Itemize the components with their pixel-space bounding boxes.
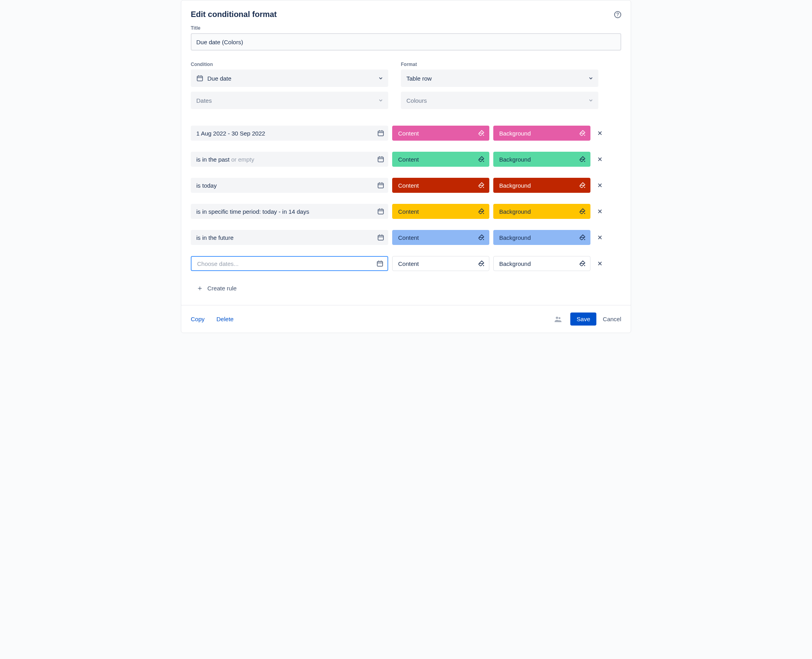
svg-point-53 [558,317,560,319]
content-color-chip[interactable]: Content [392,256,489,271]
calendar-icon [377,208,384,215]
svg-rect-44 [377,262,383,266]
svg-point-52 [556,316,558,319]
copy-button[interactable]: Copy [191,316,205,322]
paint-bucket-icon [579,234,586,241]
svg-point-40 [483,239,484,240]
rule-condition-text: is in the past or empty [196,156,377,163]
svg-rect-20 [378,183,383,188]
background-color-chip[interactable]: Background [493,152,590,167]
chevron-down-icon [588,75,594,81]
paint-bucket-icon [579,156,586,163]
paint-bucket-icon [579,208,586,215]
rule-condition-text: is in the future [196,234,377,241]
svg-point-17 [584,161,585,162]
paint-bucket-icon [478,234,485,241]
svg-point-32 [483,213,484,214]
chevron-down-icon [588,98,594,103]
title-input[interactable] [191,33,621,51]
svg-point-41 [584,239,585,240]
background-color-chip[interactable]: Background [493,256,590,271]
chevron-down-icon [378,98,383,103]
content-color-chip[interactable]: Content [392,204,489,219]
remove-rule-button[interactable] [594,183,605,188]
chip-label: Background [499,130,579,137]
rule-condition[interactable]: 1 Aug 2022 - 30 Sep 2022 [191,126,388,141]
rule-condition-text: 1 Aug 2022 - 30 Sep 2022 [196,130,377,137]
condition-field-value: Due date [207,75,378,82]
chip-label: Background [499,208,579,215]
rule-condition[interactable]: is in the future [191,230,388,245]
rule-condition[interactable]: is in specific time period: today - in 1… [191,204,388,219]
chip-label: Content [398,130,478,137]
header-row: Edit conditional format ? [191,10,621,19]
content-color-chip[interactable]: Content [392,178,489,193]
condition-column: Condition Due date Dates [191,62,388,114]
paint-bucket-icon [579,130,586,137]
panel-body: Edit conditional format ? Title Conditio… [181,0,631,305]
svg-point-24 [483,187,484,188]
chip-label: Content [398,182,478,189]
calendar-icon [377,234,384,241]
condition-field-select[interactable]: Due date [191,70,388,87]
rule-condition[interactable]: Choose dates... [191,256,388,271]
calendar-icon [377,156,384,163]
background-color-chip[interactable]: Background [493,178,590,193]
chip-label: Content [398,156,478,163]
svg-rect-12 [378,157,383,162]
content-color-chip[interactable]: Content [392,126,489,141]
remove-rule-button[interactable] [594,235,605,240]
background-color-chip[interactable]: Background [493,126,590,141]
remove-rule-button[interactable] [594,261,605,266]
create-rule-button[interactable]: ＋ Create rule [191,282,242,294]
svg-rect-28 [378,209,383,214]
format-label: Format [401,62,598,67]
delete-button[interactable]: Delete [216,316,233,322]
rule-condition[interactable]: is in the past or empty [191,152,388,167]
condition-label: Condition [191,62,388,67]
paint-bucket-icon [579,260,586,267]
chip-label: Content [398,234,478,241]
rule-condition-text: is today [196,182,377,189]
rule-condition-text: is in specific time period: today - in 1… [196,208,377,215]
remove-rule-button[interactable] [594,156,605,162]
people-icon[interactable] [554,315,562,324]
format-scope-select[interactable]: Table row [401,70,598,87]
chevron-down-icon [378,75,383,81]
save-button[interactable]: Save [570,313,596,326]
rule-row: is in the past or emptyContentBackground [191,152,621,167]
remove-rule-button[interactable] [594,130,605,136]
calendar-icon [376,260,383,267]
condition-type-select[interactable]: Dates [191,92,388,109]
chip-label: Background [499,260,579,267]
background-color-chip[interactable]: Background [493,230,590,245]
cancel-button[interactable]: Cancel [603,316,621,322]
format-scope-value: Table row [406,75,588,82]
conditional-format-panel: Edit conditional format ? Title Conditio… [181,0,631,333]
format-style-select[interactable]: Colours [401,92,598,109]
rule-condition-text: Choose dates... [197,260,376,267]
condition-type-value: Dates [196,97,378,104]
rule-row: is in specific time period: today - in 1… [191,204,621,219]
rule-condition[interactable]: is today [191,178,388,193]
background-color-chip[interactable]: Background [493,204,590,219]
svg-point-25 [584,187,585,188]
rule-row: Choose dates...ContentBackground [191,256,621,271]
format-style-value: Colours [406,97,588,104]
remove-rule-button[interactable] [594,209,605,214]
calendar-icon [377,130,384,137]
rule-row: is in the futureContentBackground [191,230,621,245]
chip-label: Content [398,208,478,215]
paint-bucket-icon [579,182,586,189]
paint-bucket-icon [478,182,485,189]
paint-bucket-icon [478,260,485,267]
svg-point-49 [584,265,585,266]
help-icon[interactable]: ? [614,11,621,18]
plus-icon: ＋ [196,284,203,292]
footer: Copy Delete Save Cancel [181,305,631,333]
content-color-chip[interactable]: Content [392,152,489,167]
content-color-chip[interactable]: Content [392,230,489,245]
svg-point-48 [483,265,484,266]
chip-label: Background [499,182,579,189]
svg-point-9 [584,135,585,136]
